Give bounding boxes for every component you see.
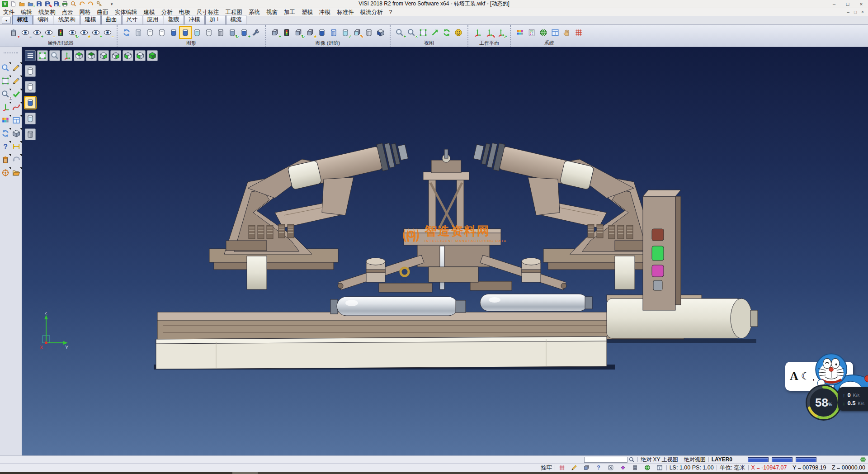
save-all-icon[interactable]: +	[52, 0, 60, 8]
visibility-list-icon[interactable]: ≡	[20, 27, 31, 38]
redo-icon[interactable]	[87, 0, 94, 8]
layer-filter-icon[interactable]	[281, 27, 292, 38]
menu-item-16[interactable]: 冲模	[316, 8, 334, 16]
snap-rotate-icon[interactable]	[643, 464, 651, 472]
viewport-3d[interactable]: Z Y X 智造资料网 INTELLI	[22, 47, 868, 455]
curve-edit-icon[interactable]	[11, 76, 22, 86]
view-top-icon[interactable]	[74, 50, 85, 61]
snap-window-icon[interactable]	[656, 464, 664, 472]
measure-tool-icon[interactable]	[11, 141, 22, 152]
filter-manager-icon[interactable]	[55, 27, 66, 38]
workplane-icon[interactable]	[472, 27, 483, 38]
mdi-restore-button[interactable]: □	[852, 9, 859, 14]
workplane-triad-icon[interactable]	[0, 102, 11, 113]
layer-palette-icon[interactable]	[0, 115, 11, 126]
system-config-icon[interactable]	[538, 27, 549, 38]
workplane-align-icon[interactable]: ↗	[495, 27, 506, 38]
view-front-icon[interactable]	[135, 50, 146, 61]
open-folder-icon[interactable]	[11, 167, 22, 178]
snap-cross-icon[interactable]	[607, 464, 615, 472]
menu-item-17[interactable]: 标准件	[334, 8, 357, 16]
lock-label[interactable]: 拴牢	[541, 464, 552, 472]
layer-add-icon[interactable]: +	[269, 27, 280, 38]
hidden-line-view-icon[interactable]	[145, 27, 156, 38]
tab-8[interactable]: 冲模	[184, 15, 205, 24]
recycle-graphics-icon[interactable]: ↻	[227, 27, 238, 38]
print-icon[interactable]	[61, 0, 69, 8]
tab-9[interactable]: 加工	[205, 15, 226, 24]
snap-grid-icon[interactable]	[558, 464, 566, 472]
open-file-icon[interactable]	[18, 0, 26, 8]
open-model-icon[interactable]: +	[27, 0, 34, 8]
qat-dropdown-icon[interactable]: ▾	[109, 2, 115, 6]
view-search-icon[interactable]	[0, 62, 11, 73]
render-options-icon[interactable]	[250, 27, 261, 38]
show-entities-icon[interactable]: +	[32, 27, 42, 38]
view-left-icon[interactable]	[123, 50, 133, 61]
dynamic-view-icon[interactable]	[453, 27, 464, 38]
mode-mesh-icon[interactable]	[25, 128, 36, 140]
network-speed-widget[interactable]: ↑ 0 K/s ↓ 0.5 K/s	[838, 387, 868, 411]
selection-settings-icon[interactable]	[561, 27, 572, 38]
solid-box-icon[interactable]	[11, 128, 22, 139]
layer-sheet-icon[interactable]: ✎	[352, 27, 363, 38]
mode-hidden-icon[interactable]	[25, 81, 36, 93]
mode-wireframe-icon[interactable]	[25, 65, 36, 77]
copy-graphics-icon[interactable]: +	[239, 27, 250, 38]
zoom-fit-icon[interactable]: ×	[406, 27, 417, 38]
maximize-button[interactable]: □	[841, 0, 854, 8]
layer-shaded-icon[interactable]	[316, 27, 327, 38]
rotate-view-icon[interactable]	[441, 27, 452, 38]
tab-1[interactable]: 编辑	[33, 15, 53, 24]
snap-sketch-icon[interactable]	[570, 464, 578, 472]
isometric-axis-icon[interactable]	[61, 50, 72, 61]
wireframe-view-icon[interactable]	[133, 27, 144, 38]
hide-entities-icon[interactable]: −	[43, 27, 54, 38]
navigate-compass-icon[interactable]	[0, 167, 11, 178]
tab-3[interactable]: 建模	[80, 15, 101, 24]
spline-tool-icon[interactable]	[11, 102, 22, 113]
pan-view-icon[interactable]	[429, 27, 440, 38]
sketch-edit-icon[interactable]	[11, 62, 22, 73]
display-settings-icon[interactable]	[526, 27, 537, 38]
tab-5[interactable]: 尺寸	[122, 15, 142, 24]
new-file-icon[interactable]	[9, 0, 17, 8]
hide-all-icon[interactable]: −	[102, 27, 113, 38]
layer-validate-icon[interactable]: ✓	[340, 27, 351, 38]
snap-point-icon[interactable]	[619, 464, 627, 472]
search-input[interactable]	[584, 457, 627, 463]
show-all-icon[interactable]: +	[90, 27, 101, 38]
selection-frame-icon[interactable]	[0, 76, 11, 86]
view-menu-icon[interactable]	[25, 50, 36, 61]
zoom-in-icon[interactable]: +	[394, 27, 405, 38]
workplane-edit-icon[interactable]: ✎	[484, 27, 495, 38]
undo-tool-icon[interactable]	[11, 154, 22, 165]
layer-invert-icon[interactable]: ±	[305, 27, 316, 38]
snap-box-icon[interactable]	[582, 464, 590, 472]
refresh-visibility-icon[interactable]: ↻	[67, 27, 78, 38]
save-as-icon[interactable]: ✎	[44, 0, 52, 8]
delete-tool-icon[interactable]	[0, 154, 11, 165]
tab-10[interactable]: 模流	[226, 15, 246, 24]
layer-refresh-icon[interactable]: ↻	[293, 27, 304, 38]
shaded-view-icon[interactable]	[168, 27, 179, 38]
view-mode-label[interactable]: 绝对视图	[684, 456, 706, 464]
menu-item-14[interactable]: 加工	[281, 8, 298, 16]
mdi-minimize-button[interactable]: –	[844, 9, 852, 14]
search-icon[interactable]	[629, 457, 635, 463]
menu-item-13[interactable]: 视窗	[263, 8, 281, 16]
grid-settings-icon[interactable]	[573, 27, 584, 38]
view-back-icon[interactable]	[98, 50, 109, 61]
customize-icon[interactable]	[95, 0, 103, 8]
regenerate-icon[interactable]	[121, 27, 132, 38]
layer-striped-icon[interactable]	[328, 27, 339, 38]
tab-0[interactable]: 标准	[12, 15, 33, 24]
grid-view-icon[interactable]	[11, 115, 22, 126]
menu-item-15[interactable]: 塑模	[298, 8, 316, 16]
mesh-view-icon[interactable]	[215, 27, 226, 38]
menu-item-19[interactable]: ?	[386, 8, 396, 16]
tab-4[interactable]: 曲面	[101, 15, 122, 24]
mode-shaded-icon[interactable]	[25, 97, 36, 109]
minimize-button[interactable]: –	[827, 0, 841, 8]
tab-2[interactable]: 线架构	[54, 15, 80, 24]
